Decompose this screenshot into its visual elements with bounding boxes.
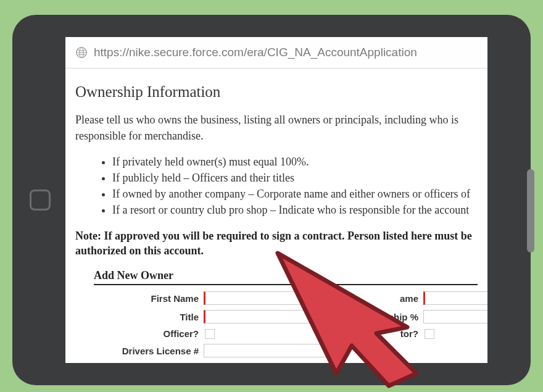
label-last-name-partial: ame: [350, 293, 418, 304]
url-bar: https://nike.secure.force.com/era/CIG_NA…: [65, 37, 487, 69]
url-text[interactable]: https://nike.secure.force.com/era/CIG_NA…: [94, 46, 417, 59]
director-checkbox[interactable]: [425, 329, 434, 339]
title-field[interactable]: [204, 310, 346, 323]
list-item: If publicly held – Officers and their ti…: [112, 170, 478, 186]
label-director-partial: tor?: [350, 328, 418, 339]
list-item: If privately held owner(s) must equal 10…: [112, 154, 478, 170]
page-heading: Ownership Information: [75, 83, 478, 101]
owner-form: Add New Owner First Name ame Title ershi…: [75, 269, 478, 357]
ownership-field[interactable]: [423, 310, 487, 323]
officer-checkbox[interactable]: [205, 329, 215, 339]
intro-text: Please tell us who owns the business, li…: [75, 112, 478, 144]
first-name-field[interactable]: [204, 291, 346, 305]
screen: https://nike.secure.force.com/era/CIG_NA…: [65, 37, 487, 363]
bullet-list: If privately held owner(s) must equal 10…: [75, 154, 478, 218]
side-button[interactable]: [527, 169, 534, 252]
label-first-name: First Name: [94, 293, 199, 304]
note-text: Note: If approved you will be required t…: [75, 228, 478, 259]
home-button[interactable]: [30, 190, 51, 211]
label-drivers-license: Drivers License #: [94, 346, 199, 356]
form-grid: First Name ame Title ership % Officer? t…: [94, 291, 478, 357]
tablet-frame: https://nike.secure.force.com/era/CIG_NA…: [12, 15, 531, 385]
last-name-field[interactable]: [423, 291, 487, 305]
list-item: If owned by another company – Corporate …: [112, 186, 478, 202]
label-title: Title: [94, 312, 199, 322]
page-content: Ownership Information Please tell us who…: [65, 69, 487, 357]
label-officer: Officer?: [94, 328, 199, 339]
globe-icon: [75, 46, 88, 59]
drivers-license-field[interactable]: [204, 344, 346, 357]
label-ownership-partial: ership %: [350, 312, 418, 322]
form-subheading: Add New Owner: [94, 269, 478, 285]
list-item: If a resort or country club pro shop – I…: [112, 202, 478, 218]
